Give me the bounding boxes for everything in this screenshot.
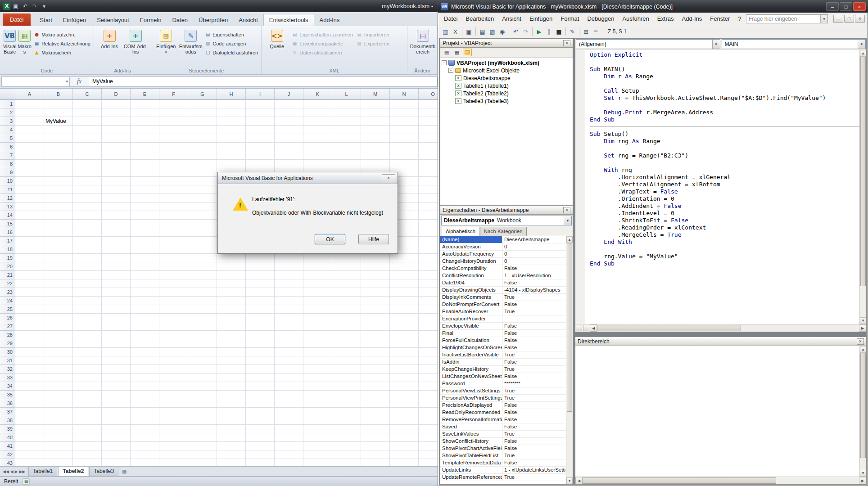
row-header-11[interactable]: 11	[0, 185, 15, 194]
row-header-12[interactable]: 12	[0, 194, 15, 202]
code-line-7[interactable]: Set r = ThisWorkbook.ActiveSheet.Range("…	[590, 94, 859, 102]
property-value[interactable]: True	[502, 474, 566, 481]
code-line-23[interactable]: .IndentLevel = 0	[590, 210, 859, 217]
row-header-26[interactable]: 26	[0, 314, 15, 322]
expander-icon[interactable]: -	[448, 68, 453, 73]
property-name[interactable]: ShowPivotChartActiveFields	[440, 445, 502, 452]
toggle-folders-icon[interactable]	[463, 49, 472, 56]
property-value[interactable]: False	[502, 423, 566, 430]
undo-icon[interactable]: ↶	[21, 2, 29, 10]
search-dropdown-icon[interactable]: ▾	[820, 15, 827, 23]
property-value[interactable]: False	[502, 359, 566, 365]
code-line-16[interactable]	[590, 159, 859, 166]
code-line-13[interactable]: Dim rng As Range	[590, 138, 859, 145]
qat-dropdown-icon[interactable]: ▾	[40, 2, 48, 10]
design-mode-icon[interactable]: ✎	[568, 27, 577, 36]
row-header-23[interactable]: 23	[0, 288, 15, 297]
row-header-2[interactable]: 2	[0, 108, 15, 117]
code-line-4[interactable]: Dim r As Range	[590, 73, 859, 80]
tree-item-vbaproject-myworkbook-xlsm[interactable]: -VBAProject (myWorkbook.xlsm)	[440, 59, 573, 67]
property-value[interactable]: False	[502, 416, 566, 423]
immediate-vscrollbar[interactable]: ▲ ▼	[859, 346, 866, 477]
property-name[interactable]: InactiveListBorderVisible	[440, 351, 502, 358]
ribbon-button-quelle[interactable]: <>Quelle	[264, 27, 290, 66]
code-line-8[interactable]	[590, 102, 859, 109]
code-hscrollbar[interactable]: ◀ ▶	[575, 324, 866, 332]
property-name[interactable]: ChangeHistoryDuration	[440, 258, 502, 265]
code-line-9[interactable]: Debug.Print r.MergeArea.Address	[590, 109, 859, 116]
scroll-thumb[interactable]	[860, 353, 866, 458]
macro-record-icon[interactable]: ▦	[23, 478, 30, 485]
row-header-32[interactable]: 32	[0, 365, 15, 374]
reset-icon[interactable]: ■	[554, 27, 564, 36]
column-header-m[interactable]: M	[361, 89, 390, 100]
code-line-24[interactable]: .ShrinkToFit = False	[590, 217, 859, 224]
code-line-1[interactable]: Option Explicit	[590, 51, 859, 58]
code-line-27[interactable]: End With	[590, 238, 859, 246]
menu-debuggen[interactable]: Debuggen	[583, 13, 618, 25]
scroll-thumb[interactable]	[860, 57, 866, 286]
cell-b3[interactable]: MyValue	[45, 117, 66, 126]
ribbon-button-einfügen[interactable]: ⊞Einfügen▼	[154, 27, 178, 66]
code-line-22[interactable]: .AddIndent = False	[590, 202, 859, 210]
ribbon-tab-datei[interactable]: Datei	[3, 14, 31, 26]
immediate-hscrollbar[interactable]: ◀ ▶	[575, 477, 866, 484]
row-header-1[interactable]: 1	[0, 100, 15, 108]
row-header-39[interactable]: 39	[0, 425, 15, 433]
tree-item-tabelle1-tabelle1[interactable]: XTabelle1 (Tabelle1)	[440, 82, 573, 90]
property-name[interactable]: EnvelopeVisible	[440, 323, 502, 329]
row-header-7[interactable]: 7	[0, 151, 15, 160]
property-name[interactable]: DisplayInkComments	[440, 294, 502, 301]
ok-button[interactable]: OK	[315, 234, 345, 244]
ribbon-tab-add-ins[interactable]: Add-Ins	[314, 14, 345, 26]
property-name[interactable]: PersonalViewPrintSettings	[440, 395, 502, 401]
object-combo-arrow-icon[interactable]: ▾	[564, 216, 571, 225]
row-header-5[interactable]: 5	[0, 134, 15, 143]
redo-icon[interactable]: ↷	[31, 2, 39, 10]
scroll-track[interactable]	[860, 57, 866, 317]
restore-button[interactable]: □	[840, 2, 852, 11]
sheet-tab-tabelle2[interactable]: Tabelle2	[58, 467, 88, 476]
redo-icon[interactable]: ↷	[521, 27, 530, 36]
property-name[interactable]: DisplayDrawingObjects	[440, 287, 502, 293]
column-header-h[interactable]: H	[217, 89, 246, 100]
scroll-track[interactable]	[583, 477, 859, 484]
name-box-dropdown-icon[interactable]: ▾	[66, 79, 68, 84]
property-name[interactable]: (Name)	[440, 236, 502, 243]
code-line-5[interactable]	[590, 80, 859, 87]
property-name[interactable]: TemplateRemoveExtData	[440, 459, 502, 466]
property-value[interactable]: True	[502, 395, 566, 401]
property-value[interactable]: False	[502, 409, 566, 416]
row-header-34[interactable]: 34	[0, 382, 15, 391]
property-value[interactable]: False	[502, 445, 566, 452]
view-object-icon[interactable]: ▦	[452, 49, 461, 56]
procedure-dropdown-arrow-icon[interactable]: ▾	[858, 40, 865, 49]
row-header-43[interactable]: 43	[0, 459, 15, 466]
procedure-dropdown[interactable]: MAIN ▾	[722, 39, 866, 49]
column-header-g[interactable]: G	[188, 89, 217, 100]
tree-item-microsoft-excel-objekte[interactable]: -Microsoft Excel Objekte	[440, 67, 573, 74]
tree-item-diesearbeitsmappe[interactable]: XDieseArbeitsmappe	[440, 74, 573, 82]
property-value[interactable]: False	[502, 265, 566, 272]
break-icon[interactable]: ‖	[544, 27, 554, 36]
object-combo[interactable]: DieseArbeitsmappe Workbook ▾	[441, 216, 572, 225]
property-value[interactable]: True	[502, 294, 566, 301]
row-header-24[interactable]: 24	[0, 297, 15, 305]
scroll-thumb[interactable]	[597, 325, 741, 331]
property-value[interactable]: False	[502, 337, 566, 344]
sheet-tab-tabelle1[interactable]: Tabelle1	[28, 467, 58, 476]
vbe-app-icon[interactable]: ▥	[441, 27, 450, 36]
scroll-right-icon[interactable]: ▶	[859, 477, 866, 484]
column-header-c[interactable]: C	[73, 89, 102, 100]
column-header-j[interactable]: J	[275, 89, 303, 100]
property-value[interactable]: 0	[502, 258, 566, 265]
project-explorer-icon[interactable]: ⊞	[581, 27, 591, 36]
run-icon[interactable]: ▶	[534, 27, 544, 36]
code-line-15[interactable]: Set rng = Range("B2:C3")	[590, 152, 859, 159]
property-name[interactable]: AccuracyVersion	[440, 243, 502, 250]
ribbon-button-makro-aufzchn[interactable]: ●Makro aufzchn.	[34, 31, 90, 38]
property-name[interactable]: ForceFullCalculation	[440, 337, 502, 344]
property-value[interactable]: 0	[502, 251, 566, 257]
menu-bearbeiten[interactable]: Bearbeiten	[461, 13, 498, 25]
property-value[interactable]: False	[502, 279, 566, 286]
